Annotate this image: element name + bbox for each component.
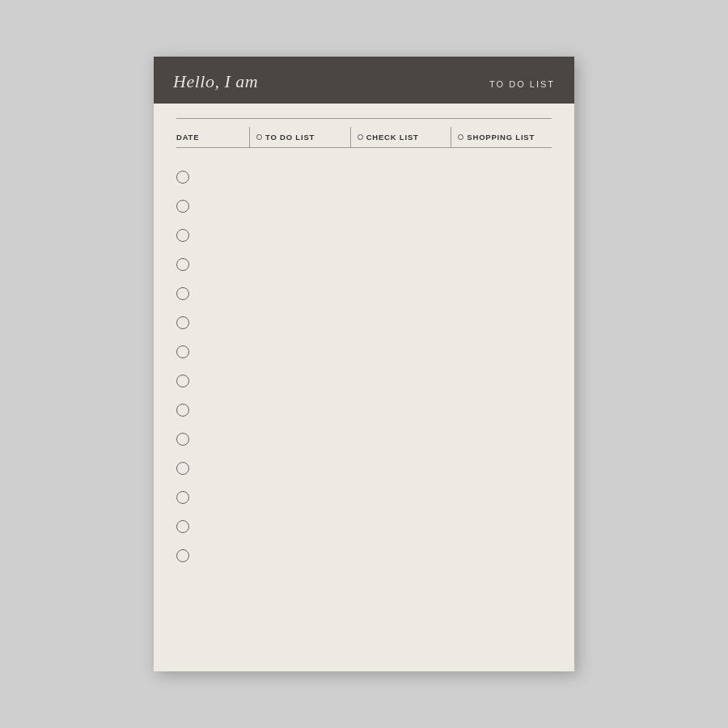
checkbox-circle-icon[interactable] — [176, 491, 189, 504]
checkbox-circle-icon[interactable] — [176, 375, 189, 387]
checklist-column-header: CHECK LIST — [350, 127, 451, 147]
list-item[interactable] — [176, 250, 552, 279]
checkbox-circle-icon[interactable] — [176, 433, 189, 446]
shopping-column-header: SHOPPING LIST — [451, 127, 552, 147]
list-item[interactable] — [176, 512, 552, 541]
list-item[interactable] — [176, 337, 552, 366]
item-line — [199, 497, 552, 498]
checkbox-circle-icon[interactable] — [176, 345, 189, 358]
item-line — [199, 468, 552, 469]
checklist-dot-icon — [358, 134, 363, 140]
checkbox-circle-icon[interactable] — [176, 549, 189, 562]
list-item[interactable] — [176, 163, 552, 192]
checkbox-circle-icon[interactable] — [176, 404, 189, 417]
item-line — [199, 235, 552, 236]
item-line — [199, 352, 552, 353]
shopping-dot-icon — [458, 134, 463, 140]
checkbox-circle-icon[interactable] — [176, 287, 189, 300]
header-title: Hello, I am — [173, 71, 258, 92]
item-line — [199, 265, 552, 265]
list-item[interactable] — [176, 279, 552, 308]
item-line — [199, 294, 552, 294]
item-line — [199, 410, 552, 411]
top-divider — [176, 118, 552, 119]
checkbox-circle-icon[interactable] — [176, 229, 189, 242]
list-item[interactable] — [176, 483, 552, 512]
checkbox-circle-icon[interactable] — [176, 171, 189, 184]
item-line — [199, 527, 552, 527]
list-item[interactable] — [176, 308, 552, 337]
checkbox-circle-icon[interactable] — [176, 462, 189, 475]
item-line — [199, 177, 552, 178]
checkbox-circle-icon[interactable] — [176, 200, 189, 213]
checkbox-circle-icon[interactable] — [176, 520, 189, 533]
todo-dot-icon — [256, 134, 262, 140]
item-line — [199, 556, 552, 557]
item-line — [199, 323, 552, 324]
date-column-header: DATE — [176, 127, 249, 147]
item-line — [199, 381, 552, 382]
header-subtitle: TO DO LIST — [489, 79, 555, 89]
checkbox-circle-icon[interactable] — [176, 258, 189, 271]
item-line — [199, 439, 552, 440]
list-item[interactable] — [176, 541, 552, 570]
list-item[interactable] — [176, 454, 552, 483]
notepad-body: DATE TO DO LIST CHECK LIST SHOPPING LIST — [154, 104, 574, 671]
list-item[interactable] — [176, 396, 552, 425]
list-item[interactable] — [176, 221, 552, 250]
category-row: DATE TO DO LIST CHECK LIST SHOPPING LIST — [176, 127, 552, 148]
list-item[interactable] — [176, 192, 552, 221]
list-item[interactable] — [176, 425, 552, 454]
checkbox-circle-icon[interactable] — [176, 316, 189, 329]
notepad: Hello, I am TO DO LIST DATE TO DO LIST C… — [154, 57, 574, 671]
notepad-header: Hello, I am TO DO LIST — [154, 57, 574, 104]
item-line — [199, 206, 552, 207]
checklist-area — [176, 163, 552, 570]
todo-column-header: TO DO LIST — [249, 127, 350, 147]
list-item[interactable] — [176, 366, 552, 396]
